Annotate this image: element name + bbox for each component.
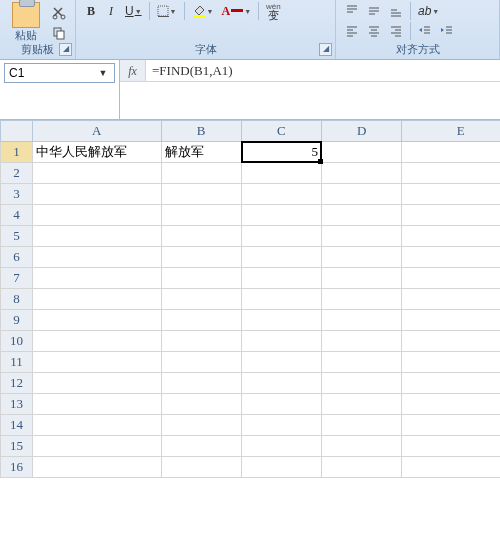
cell-E15[interactable] (402, 436, 500, 457)
cell-D2[interactable] (322, 163, 402, 184)
cell-D9[interactable] (322, 310, 402, 331)
cell-A2[interactable] (33, 163, 161, 184)
cell-E13[interactable] (402, 394, 500, 415)
cell-D14[interactable] (322, 415, 402, 436)
cell-D10[interactable] (322, 331, 402, 352)
italic-button[interactable]: I (102, 2, 120, 20)
cell-E1[interactable] (402, 142, 500, 163)
cell-B4[interactable] (161, 205, 241, 226)
cell-C11[interactable] (241, 352, 321, 373)
col-header-C[interactable]: C (241, 121, 321, 142)
cell-D7[interactable] (322, 268, 402, 289)
name-box[interactable]: C1 ▼ (4, 63, 115, 83)
increase-indent-button[interactable] (437, 22, 457, 40)
cell-C16[interactable] (241, 457, 321, 478)
cell-A12[interactable] (33, 373, 161, 394)
row-header-4[interactable]: 4 (1, 205, 33, 226)
cell-A13[interactable] (33, 394, 161, 415)
cell-E9[interactable] (402, 310, 500, 331)
copy-button[interactable] (49, 24, 69, 42)
cell-E2[interactable] (402, 163, 500, 184)
cell-B10[interactable] (161, 331, 241, 352)
cell-C13[interactable] (241, 394, 321, 415)
cell-B13[interactable] (161, 394, 241, 415)
underline-button[interactable]: U▼ (122, 2, 145, 20)
fill-color-button[interactable]: ▼ (189, 2, 217, 20)
cell-B1[interactable]: 解放军 (161, 142, 241, 163)
cell-E6[interactable] (402, 247, 500, 268)
decrease-indent-button[interactable] (415, 22, 435, 40)
align-bottom-button[interactable] (386, 2, 406, 20)
chevron-down-icon[interactable]: ▼ (96, 68, 110, 78)
formula-input[interactable]: =FIND(B1,A1) (146, 60, 500, 81)
row-header-8[interactable]: 8 (1, 289, 33, 310)
row-header-1[interactable]: 1 (1, 142, 33, 163)
cell-E8[interactable] (402, 289, 500, 310)
row-header-10[interactable]: 10 (1, 331, 33, 352)
cell-C7[interactable] (241, 268, 321, 289)
align-right-button[interactable] (386, 22, 406, 40)
cell-A3[interactable] (33, 184, 161, 205)
cell-C15[interactable] (241, 436, 321, 457)
cell-B6[interactable] (161, 247, 241, 268)
orientation-button[interactable]: ab▼ (415, 2, 442, 20)
align-middle-button[interactable] (364, 2, 384, 20)
row-header-16[interactable]: 16 (1, 457, 33, 478)
cut-button[interactable] (49, 4, 69, 22)
select-all-corner[interactable] (1, 121, 33, 142)
col-header-A[interactable]: A (33, 121, 161, 142)
cell-A7[interactable] (33, 268, 161, 289)
cell-C9[interactable] (241, 310, 321, 331)
cell-D8[interactable] (322, 289, 402, 310)
row-header-12[interactable]: 12 (1, 373, 33, 394)
phonetic-button[interactable]: wén 变 (263, 2, 284, 20)
align-left-button[interactable] (342, 22, 362, 40)
col-header-E[interactable]: E (402, 121, 500, 142)
cell-A11[interactable] (33, 352, 161, 373)
cell-E4[interactable] (402, 205, 500, 226)
row-header-7[interactable]: 7 (1, 268, 33, 289)
border-button[interactable]: ▼ (154, 2, 180, 20)
cell-E10[interactable] (402, 331, 500, 352)
fx-button[interactable]: fx (120, 60, 146, 81)
cell-B9[interactable] (161, 310, 241, 331)
cell-E5[interactable] (402, 226, 500, 247)
cell-B16[interactable] (161, 457, 241, 478)
cell-A15[interactable] (33, 436, 161, 457)
align-top-button[interactable] (342, 2, 362, 20)
cell-A8[interactable] (33, 289, 161, 310)
cell-A4[interactable] (33, 205, 161, 226)
worksheet-grid[interactable]: A B C D E 1中华人民解放军解放军5234567891011121314… (0, 120, 500, 478)
cell-D5[interactable] (322, 226, 402, 247)
cell-C4[interactable] (241, 205, 321, 226)
cell-C8[interactable] (241, 289, 321, 310)
cell-C1[interactable]: 5 (241, 142, 321, 163)
cell-B8[interactable] (161, 289, 241, 310)
cell-B3[interactable] (161, 184, 241, 205)
row-header-5[interactable]: 5 (1, 226, 33, 247)
align-center-button[interactable] (364, 22, 384, 40)
cell-B2[interactable] (161, 163, 241, 184)
font-color-button[interactable]: A ▼ (218, 2, 254, 20)
cell-A5[interactable] (33, 226, 161, 247)
cell-D6[interactable] (322, 247, 402, 268)
cell-A1[interactable]: 中华人民解放军 (33, 142, 161, 163)
cell-E11[interactable] (402, 352, 500, 373)
cell-B14[interactable] (161, 415, 241, 436)
cell-C12[interactable] (241, 373, 321, 394)
row-header-3[interactable]: 3 (1, 184, 33, 205)
cell-C10[interactable] (241, 331, 321, 352)
cell-B11[interactable] (161, 352, 241, 373)
row-header-6[interactable]: 6 (1, 247, 33, 268)
row-header-11[interactable]: 11 (1, 352, 33, 373)
cell-D4[interactable] (322, 205, 402, 226)
clipboard-dialog-launcher[interactable]: ◢ (59, 43, 72, 56)
cell-B5[interactable] (161, 226, 241, 247)
cell-A10[interactable] (33, 331, 161, 352)
paste-button[interactable]: 粘贴 (6, 2, 46, 43)
cell-C3[interactable] (241, 184, 321, 205)
cell-D3[interactable] (322, 184, 402, 205)
cell-D16[interactable] (322, 457, 402, 478)
cell-C6[interactable] (241, 247, 321, 268)
cell-B12[interactable] (161, 373, 241, 394)
